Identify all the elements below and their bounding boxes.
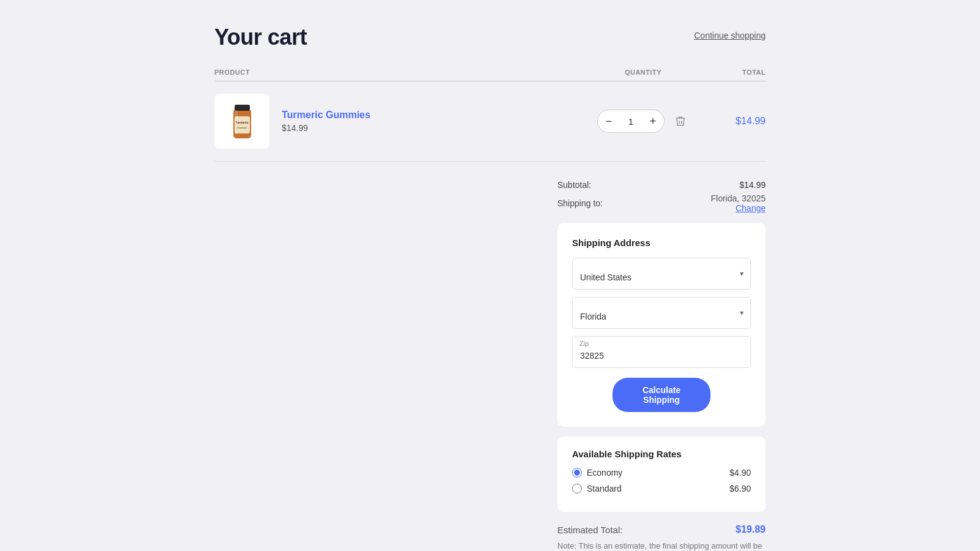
shipping-row: Shipping to: Florida, 32025 Change [557,193,766,213]
quantity-controls: − 1 + [597,110,665,133]
total-section: $14.99 [704,116,766,127]
col-quantity-header: QUANTITY [582,69,704,76]
shipping-address-title: Shipping Address [572,238,751,248]
continue-shopping-link[interactable]: Continue shopping [694,31,766,40]
page-container: Your cart Continue shopping PRODUCT QUAN… [0,0,980,551]
standard-price: $6.90 [729,484,751,493]
svg-text:Gummies: Gummies [236,126,247,129]
country-group: Country United States Canada Mexico Unit… [572,258,751,290]
product-image-svg: Turmeric Gummies [222,97,262,146]
col-product-header: PRODUCT [214,69,582,76]
state-select-wrapper: AlabamaAlaskaArizonaArkansas CaliforniaC… [572,297,751,329]
summary-section: Subtotal: $14.99 Shipping to: Florida, 3… [214,180,766,551]
subtotal-value: $14.99 [739,180,766,190]
svg-rect-4 [235,105,250,111]
cart-item-row: Turmeric Gummies Turmeric Gummies $14.99… [214,81,766,162]
quantity-value: 1 [620,116,642,127]
product-section: Turmeric Gummies Turmeric Gummies $14.99 [214,94,582,149]
product-image: Turmeric Gummies [214,94,270,149]
quantity-decrease-button[interactable]: − [598,110,620,132]
shipping-address-card: Shipping Address Country United States C… [557,223,766,427]
estimate-note: Note: This is an estimate, the final shi… [557,540,766,551]
cart-columns: PRODUCT QUANTITY TOTAL [214,69,766,81]
quantity-increase-button[interactable]: + [642,110,664,132]
trash-icon [674,115,687,127]
state-select[interactable]: AlabamaAlaskaArizonaArkansas CaliforniaC… [572,297,751,329]
rate-economy-row: Economy $4.90 [572,468,751,478]
estimated-label: Estimated Total: [557,525,622,535]
shipping-rates-title: Available Shipping Rates [572,449,751,459]
rate-economy-left: Economy [572,468,622,478]
shipping-label: Shipping to: [557,198,603,208]
product-info: Turmeric Gummies $14.99 [282,110,371,133]
zip-input[interactable] [572,336,751,368]
svg-rect-5 [235,110,238,135]
zip-label: Zip [579,340,589,347]
standard-label[interactable]: Standard [587,484,622,493]
product-name: Turmeric Gummies [282,110,371,121]
product-price: $14.99 [282,123,371,133]
country-select[interactable]: United States Canada Mexico United Kingd… [572,258,751,290]
shipping-location: Florida, 32025 [710,193,766,203]
zip-group: Zip [572,336,751,368]
estimated-total-section: Estimated Total: $19.89 Note: This is an… [557,524,766,551]
estimated-value: $19.89 [736,524,766,535]
standard-radio[interactable] [572,484,582,493]
quantity-section: − 1 + [582,110,704,133]
rate-standard-left: Standard [572,484,622,493]
subtotal-label: Subtotal: [557,180,591,190]
summary-box: Subtotal: $14.99 Shipping to: Florida, 3… [557,180,766,551]
economy-price: $4.90 [729,468,751,478]
cart-header: Your cart Continue shopping [214,24,766,50]
calculate-shipping-button[interactable]: Calculate Shipping [612,378,710,412]
economy-radio[interactable] [572,468,582,478]
cart-wrapper: Your cart Continue shopping PRODUCT QUAN… [202,0,778,551]
shipping-info: Florida, 32025 Change [710,193,766,213]
subtotal-row: Subtotal: $14.99 [557,180,766,190]
change-shipping-link[interactable]: Change [736,203,766,213]
delete-item-button[interactable] [672,113,689,130]
rate-standard-row: Standard $6.90 [572,484,751,493]
col-total-header: TOTAL [704,69,766,76]
page-title: Your cart [214,24,307,50]
shipping-rates-section: Available Shipping Rates Economy $4.90 S… [557,437,766,512]
item-total: $14.99 [736,116,766,126]
country-select-wrapper: United States Canada Mexico United Kingd… [572,258,751,290]
state-group: State AlabamaAlaskaArizonaArkansas Calif… [572,297,751,329]
estimated-row: Estimated Total: $19.89 [557,524,766,535]
economy-label[interactable]: Economy [587,468,622,478]
